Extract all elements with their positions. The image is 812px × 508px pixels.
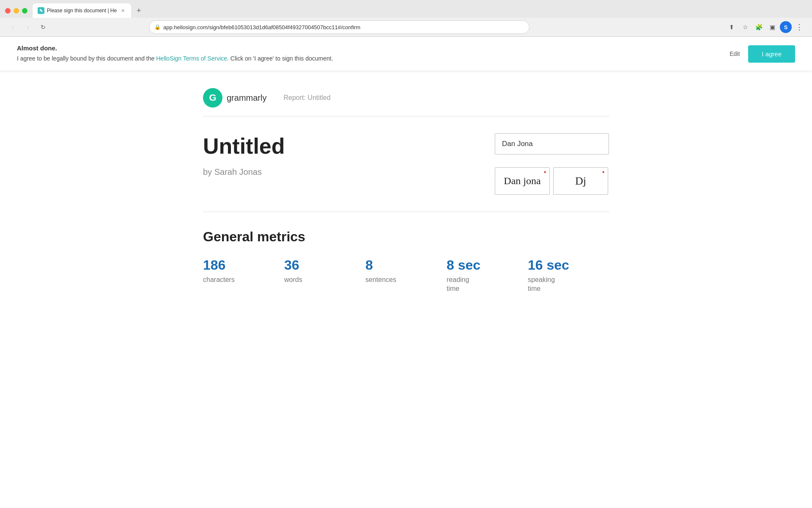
metrics-title: General metrics xyxy=(203,229,609,245)
metric-label: readingtime xyxy=(447,276,469,293)
tab-close-button[interactable]: ✕ xyxy=(119,7,126,14)
name-input-field[interactable] xyxy=(495,133,609,155)
tab-title: Please sign this document | He xyxy=(47,8,117,14)
active-tab[interactable]: ✎ Please sign this document | He ✕ xyxy=(33,3,131,18)
document-header-title: Report: Untitled xyxy=(283,94,330,102)
close-window-button[interactable] xyxy=(5,8,11,14)
browser-chrome: ✎ Please sign this document | He ✕ + ‹ ›… xyxy=(0,0,812,37)
tab-bar: ✎ Please sign this document | He ✕ + xyxy=(0,0,812,18)
maximize-window-button[interactable] xyxy=(22,8,27,14)
back-button[interactable]: ‹ xyxy=(7,21,19,33)
browser-actions: ⬆ ☆ 🧩 ▣ S ⋮ xyxy=(726,21,805,33)
traffic-lights xyxy=(5,8,27,14)
signature-cursive: Dan jona xyxy=(504,175,540,187)
page-content: Almost done. I agree to be legally bound… xyxy=(0,37,812,319)
consent-title: Almost done. xyxy=(17,44,333,52)
metric-label: speakingtime xyxy=(528,276,555,293)
address-bar: ‹ › ↻ 🔒 app.hellosign.com/sign/bfeb61053… xyxy=(0,18,812,36)
sidebar-icon[interactable]: ▣ xyxy=(766,21,778,33)
consent-banner: Almost done. I agree to be legally bound… xyxy=(0,37,812,71)
metric-value: 186 xyxy=(203,257,225,273)
metric-value: 36 xyxy=(284,257,299,273)
grammarly-logo: G grammarly xyxy=(203,88,266,108)
doc-header: G grammarly Report: Untitled xyxy=(203,88,609,108)
doc-body: Untitled by Sarah Jonas Dan jona * Dj * xyxy=(203,133,609,195)
new-tab-button[interactable]: + xyxy=(133,5,145,17)
signature-fields-row: Dan jona * Dj * xyxy=(495,167,609,195)
brand-name: grammarly xyxy=(227,93,266,103)
header-divider xyxy=(203,116,609,116)
metrics-row: 186 characters 36 words 8 sentences 8 se… xyxy=(203,257,609,293)
consent-body-end: . Click on 'I agree' to sign this docume… xyxy=(227,55,333,62)
document-main-title: Untitled xyxy=(203,133,469,159)
share-icon[interactable]: ⬆ xyxy=(726,21,738,33)
consent-text-block: Almost done. I agree to be legally bound… xyxy=(17,44,333,63)
bookmark-icon[interactable]: ☆ xyxy=(739,21,751,33)
metric-label: words xyxy=(284,276,302,284)
metric-value: 16 sec xyxy=(528,257,569,273)
body-divider xyxy=(203,212,609,212)
tab-favicon: ✎ xyxy=(38,7,44,14)
metric-item: 36 words xyxy=(284,257,365,293)
document-area: G grammarly Report: Untitled Untitled by… xyxy=(195,71,617,319)
signature-field-full[interactable]: Dan jona * xyxy=(495,167,550,195)
metrics-section: General metrics 186 characters 36 words … xyxy=(203,229,609,293)
minimize-window-button[interactable] xyxy=(14,8,19,14)
signature-required-marker: * xyxy=(544,170,546,176)
metric-item: 16 sec speakingtime xyxy=(528,257,609,293)
url-bar[interactable]: 🔒 app.hellosign.com/sign/bfeb61053013d1d… xyxy=(149,20,529,34)
metric-item: 8 sec readingtime xyxy=(447,257,528,293)
consent-body: I agree to be legally bound by this docu… xyxy=(17,54,333,63)
edit-button[interactable]: Edit xyxy=(730,50,740,57)
logo-letter: G xyxy=(209,92,216,103)
doc-right: Dan jona * Dj * xyxy=(495,133,609,195)
extensions-icon[interactable]: 🧩 xyxy=(753,21,765,33)
forward-button[interactable]: › xyxy=(22,21,34,33)
metric-value: 8 xyxy=(365,257,373,273)
signature-field-initials[interactable]: Dj * xyxy=(553,167,608,195)
url-text: app.hellosign.com/sign/bfeb61053013d1d6a… xyxy=(163,24,524,30)
metric-item: 186 characters xyxy=(203,257,284,293)
metric-label: characters xyxy=(203,276,235,284)
metric-label: sentences xyxy=(365,276,396,284)
consent-body-start: I agree to be legally bound by this docu… xyxy=(17,55,156,62)
grammarly-icon: G xyxy=(203,88,222,108)
metric-value: 8 sec xyxy=(447,257,480,273)
agree-button[interactable]: I agree xyxy=(748,45,795,63)
more-options-button[interactable]: ⋮ xyxy=(793,21,805,33)
terms-of-service-link[interactable]: HelloSign Terms of Service xyxy=(156,55,227,62)
initials-required-marker: * xyxy=(602,170,604,176)
consent-actions: Edit I agree xyxy=(730,45,795,63)
metric-item: 8 sentences xyxy=(365,257,447,293)
doc-left: Untitled by Sarah Jonas xyxy=(203,133,469,177)
lock-icon: 🔒 xyxy=(154,24,161,30)
document-author: by Sarah Jonas xyxy=(203,167,469,177)
signature-initials: Dj xyxy=(575,175,586,188)
profile-button[interactable]: S xyxy=(780,21,792,33)
refresh-button[interactable]: ↻ xyxy=(37,21,49,33)
